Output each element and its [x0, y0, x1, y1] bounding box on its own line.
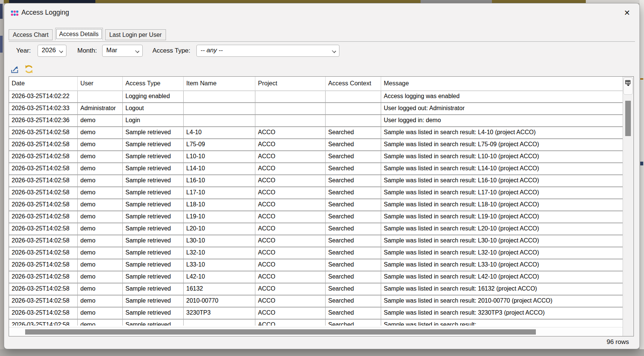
table-row-partial[interactable]: 2026-03-25T14:02:58demoSample retrievedA… — [9, 320, 623, 326]
table-cell: L18-10 — [184, 199, 255, 211]
access-type-select[interactable]: -- any -- — [196, 45, 339, 57]
table-row[interactable]: 2026-03-25T14:02:58demoSample retrievedL… — [9, 151, 623, 163]
table-cell: L20-10 — [184, 223, 255, 235]
table-cell: 16132 — [184, 283, 255, 295]
export-button[interactable] — [9, 64, 21, 76]
column-header-message[interactable]: Message — [381, 77, 623, 91]
column-chooser-button[interactable] — [623, 77, 633, 95]
table-row[interactable]: 2026-03-25T14:02:36demoLoginUser logged … — [9, 115, 623, 127]
year-select[interactable]: 2026 — [38, 45, 66, 57]
table-row[interactable]: 2026-03-25T14:02:58demoSample retrievedL… — [9, 247, 623, 259]
table-cell: demo — [78, 259, 123, 271]
tab-access-chart[interactable]: Access Chart — [9, 29, 53, 40]
column-header-date[interactable]: Date — [9, 77, 78, 91]
table-cell: Searched — [326, 163, 381, 174]
status-bar: 96 rows — [9, 338, 635, 347]
horizontal-scrollbar-thumb[interactable] — [25, 329, 536, 335]
table-cell: 2026-03-25T14:02:58 — [9, 139, 78, 150]
access-type-value: -- any -- — [201, 47, 223, 54]
table-cell: 2026-03-25T14:02:58 — [9, 211, 78, 223]
table-cell: Access logging was enabled — [381, 91, 623, 102]
table-cell: Sample retrieved — [123, 283, 184, 295]
table-cell: L33-10 — [184, 259, 255, 271]
table-cell: Searched — [326, 295, 381, 307]
tab-access-details[interactable]: Access Details — [55, 28, 103, 40]
chevron-down-icon — [135, 49, 139, 53]
desktop-background-fragment — [0, 4, 3, 19]
vertical-scrollbar-thumb[interactable] — [625, 101, 631, 136]
table-cell: Sample retrieved — [123, 259, 184, 271]
table-cell: demo — [78, 320, 123, 326]
table-row[interactable]: 2026-03-25T14:02:58demoSample retrievedL… — [9, 163, 623, 175]
table-header: DateUserAccess TypeItem NameProjectAcces… — [9, 77, 623, 91]
table-cell: demo — [78, 175, 123, 186]
table-row[interactable]: 2026-03-25T14:02:58demoSample retrievedL… — [9, 139, 623, 151]
desktop-background-fragment — [0, 36, 3, 53]
table-cell: Sample was listed in search result: L4-1… — [381, 127, 623, 138]
table-row[interactable]: 2026-03-25T14:02:22Logging enabledAccess… — [9, 91, 623, 103]
table-cell: Sample retrieved — [123, 308, 184, 319]
table-row[interactable]: 2026-03-25T14:02:58demoSample retrievedL… — [9, 187, 623, 199]
table-cell: demo — [78, 139, 123, 150]
table-cell: Sample retrieved — [123, 175, 184, 186]
tab-label: Access Chart — [13, 32, 48, 38]
table-cell — [255, 115, 326, 126]
table-cell: 2026-03-25T14:02:58 — [9, 308, 78, 319]
tab-strip: Access Chart Access Details Last Login p… — [9, 29, 635, 42]
table-row[interactable]: 2026-03-25T14:02:58demoSample retrievedL… — [9, 175, 623, 187]
table-cell: L17-10 — [184, 187, 255, 198]
table-cell: Searched — [326, 151, 381, 162]
table-cell: User logged in: demo — [381, 115, 623, 126]
access-type-label: Access Type: — [152, 47, 190, 55]
chevron-down-icon — [332, 49, 336, 53]
refresh-button[interactable] — [23, 63, 35, 75]
tab-label: Access Details — [59, 31, 99, 37]
table-row[interactable]: 2026-03-25T14:02:58demoSample retrieved1… — [9, 283, 623, 295]
table-cell: 2026-03-25T14:02:58 — [9, 127, 78, 138]
table-row[interactable]: 2026-03-25T14:02:58demoSample retrievedL… — [9, 223, 623, 235]
table-cell: demo — [78, 235, 123, 247]
table-cell: Administrator — [78, 103, 123, 114]
table-cell: Sample was listed in search result: L17-… — [381, 187, 623, 198]
table-row[interactable]: 2026-03-25T14:02:58demoSample retrievedL… — [9, 211, 623, 223]
table-cell: Sample retrieved — [123, 139, 184, 150]
table-cell: Searched — [326, 199, 381, 211]
table-row[interactable]: 2026-03-25T14:02:58demoSample retrieved3… — [9, 308, 623, 320]
table-row[interactable]: 2026-03-25T14:02:58demoSample retrievedL… — [9, 271, 623, 283]
table-cell: Searched — [326, 235, 381, 247]
table-row[interactable]: 2026-03-25T14:02:58demoSample retrieved2… — [9, 295, 623, 308]
table-cell: ACCO — [255, 139, 326, 150]
tab-last-login-per-user[interactable]: Last Login per User — [105, 29, 166, 40]
table-row[interactable]: 2026-03-25T14:02:58demoSample retrievedL… — [9, 199, 623, 211]
table-cell: 3230TP3 — [184, 308, 255, 319]
table-row[interactable]: 2026-03-25T14:02:58demoSample retrievedL… — [9, 127, 623, 139]
table-cell: L4-10 — [184, 127, 255, 138]
scrollbar-gutter — [623, 77, 633, 336]
table-cell: demo — [78, 127, 123, 138]
table-row[interactable]: 2026-03-25T14:02:58demoSample retrievedL… — [9, 259, 623, 271]
close-button[interactable]: ✕ — [621, 7, 633, 18]
column-header-access-type[interactable]: Access Type — [123, 77, 184, 91]
column-header-project[interactable]: Project — [255, 77, 326, 91]
year-value: 2026 — [42, 47, 56, 54]
table-row[interactable]: 2026-03-25T14:02:58demoSample retrievedL… — [9, 235, 623, 247]
column-header-user[interactable]: User — [78, 77, 123, 91]
table-cell — [326, 115, 381, 126]
table-row[interactable]: 2026-03-25T14:02:33AdministratorLogoutUs… — [9, 103, 623, 115]
table-cell: Logging enabled — [123, 91, 184, 102]
table-cell: ACCO — [255, 271, 326, 283]
table-cell: demo — [78, 271, 123, 283]
table-cell: Searched — [326, 247, 381, 259]
column-header-access-context[interactable]: Access Context — [326, 77, 381, 91]
column-header-item-name[interactable]: Item Name — [184, 77, 255, 91]
table-cell: Sample was listed in search result: 1613… — [381, 283, 623, 295]
table-cell: L30-10 — [184, 235, 255, 247]
table-cell: ACCO — [255, 175, 326, 186]
table-cell: demo — [78, 199, 123, 211]
table-cell — [255, 103, 326, 114]
month-select[interactable]: Mar — [102, 45, 143, 57]
year-label: Year: — [16, 47, 31, 55]
table-cell: 2026-03-25T14:02:33 — [9, 103, 78, 114]
table-cell: Sample retrieved — [123, 127, 184, 138]
month-label: Month: — [77, 47, 97, 55]
